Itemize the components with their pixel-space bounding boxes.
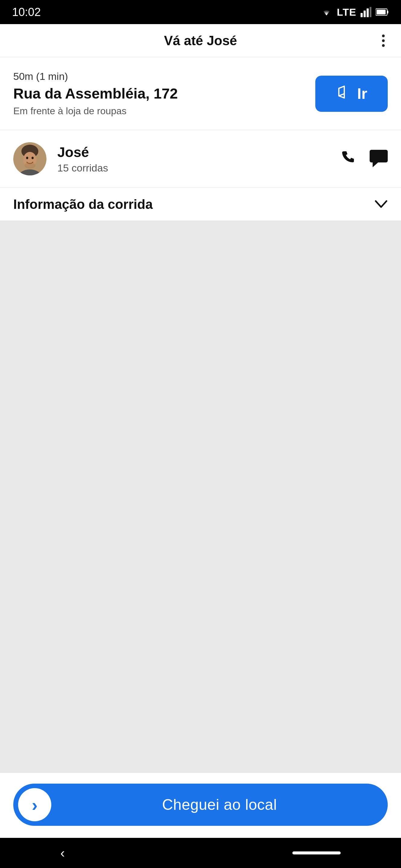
address-section: 50m (1 min) Rua da Assembléia, 172 Em fr… [0,57,401,130]
street-address: Rua da Assembléia, 172 [13,85,303,102]
arrow-right-icon: › [32,795,37,815]
svg-point-12 [24,162,35,168]
distance-label: 50m (1 min) [13,70,303,82]
ride-info-label: Informação da corrida [13,197,153,212]
call-button[interactable] [340,149,356,169]
ride-info-section[interactable]: Informação da corrida [0,188,401,221]
svg-point-10 [26,157,28,159]
chevron-icon-svg [374,200,388,209]
rider-section: José 15 corridas [0,130,401,188]
svg-point-11 [32,157,34,159]
signal-icon [361,7,371,17]
app-header: Vá até José [0,24,401,57]
status-icons: LTE [320,6,389,18]
lte-label: LTE [337,6,356,18]
chat-icon [370,150,388,168]
svg-rect-6 [387,10,388,13]
avatar-image [13,142,47,176]
bottom-bar: › Cheguei ao local [0,772,401,838]
map-view [0,221,401,772]
rider-info: José 15 corridas [57,144,340,174]
arrived-circle: › [18,788,51,821]
svg-rect-14 [370,150,388,162]
arrived-label: Cheguei ao local [51,796,388,813]
phone-icon-svg [340,149,356,165]
go-button[interactable]: Ir [315,76,388,112]
svg-marker-15 [373,162,378,167]
bottom-navigation: ‹ [0,838,401,868]
battery-icon [376,8,389,16]
arrived-button[interactable]: › Cheguei ao local [13,784,388,826]
more-menu-button[interactable] [379,31,388,50]
navigation-icon-svg [336,84,352,100]
svg-rect-2 [367,8,369,17]
rider-rides: 15 corridas [57,162,340,174]
svg-rect-0 [361,13,363,17]
svg-rect-1 [364,10,366,17]
status-time: 10:02 [12,6,41,19]
svg-rect-5 [377,10,385,14]
back-button[interactable]: ‹ [60,845,65,861]
rider-actions [340,149,388,169]
rider-name: José [57,144,340,160]
status-bar: 10:02 LTE [0,0,401,24]
chat-icon-svg [370,150,388,167]
chevron-down-icon [374,197,388,212]
chat-button[interactable] [370,150,388,168]
page-title: Vá até José [164,33,237,48]
go-label: Ir [357,85,367,102]
home-pill[interactable] [292,851,341,855]
route-icon [336,84,352,103]
rider-avatar [13,142,47,176]
address-note: Em frente à loja de roupas [13,105,303,117]
phone-icon [340,149,356,169]
svg-rect-3 [370,7,371,17]
wifi-icon [320,7,333,17]
address-info: 50m (1 min) Rua da Assembléia, 172 Em fr… [13,70,303,117]
